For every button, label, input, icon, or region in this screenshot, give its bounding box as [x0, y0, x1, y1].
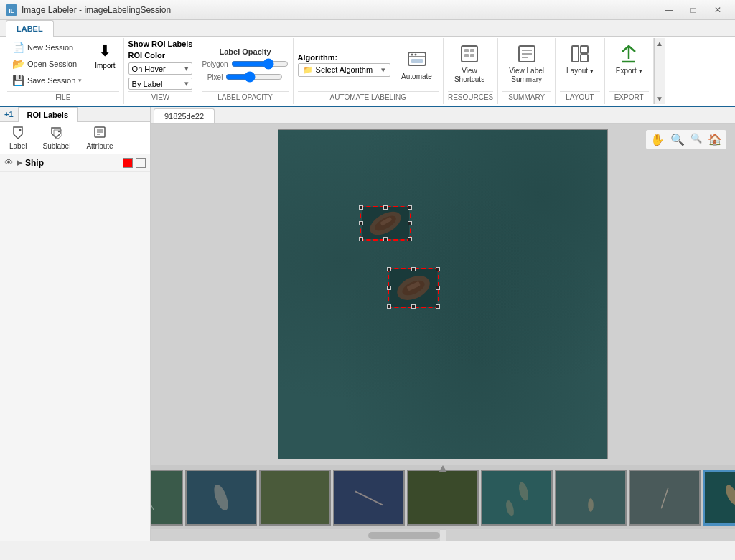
attribute-tool-icon — [93, 126, 106, 141]
export-button[interactable]: Export ▾ — [609, 39, 649, 78]
handle-tm[interactable] — [383, 205, 388, 210]
handle2-tr[interactable] — [436, 267, 440, 271]
handle-bm[interactable] — [383, 237, 388, 241]
label-opacity-title: Label Opacity — [219, 47, 271, 56]
handle2-tl[interactable] — [387, 267, 391, 271]
handle2-br[interactable] — [436, 304, 440, 309]
handle2-mr[interactable] — [436, 286, 440, 290]
scrollbar-thumb[interactable] — [368, 532, 440, 539]
horizontal-scrollbar[interactable] — [440, 529, 446, 541]
ship-image-1 — [361, 207, 410, 239]
thumbnail-2[interactable] — [185, 470, 257, 526]
main-layout: +1 ROI Labels Label — [0, 107, 735, 541]
export-icon — [617, 42, 640, 65]
roi-visibility-value: On Hover — [132, 65, 166, 73]
pixel-label: Pixel — [207, 73, 223, 81]
thumbnail-1[interactable] — [151, 470, 183, 526]
thumbnail-4[interactable] — [333, 470, 405, 526]
roi-labels-tab[interactable]: ROI Labels — [18, 107, 78, 122]
app-title: Image Labeler - imageLabelingSession — [22, 5, 171, 15]
ribbon-group-file: 📄 New Session 📂 Open Session 💾 Save Sess… — [3, 38, 124, 104]
maximize-button[interactable]: □ — [682, 3, 705, 17]
fit-view-icon[interactable]: 🏠 — [706, 131, 724, 148]
layout-dropdown-arrow: ▾ — [590, 67, 594, 75]
new-session-button[interactable]: 📄 New Session — [7, 39, 87, 55]
handle-ml[interactable] — [359, 221, 363, 225]
handle2-ml[interactable] — [387, 286, 391, 290]
ribbon-scroll-up[interactable]: ▲ — [656, 39, 663, 47]
handle-mr[interactable] — [408, 221, 412, 225]
label-tool-icon — [11, 126, 24, 141]
handle2-tm[interactable] — [411, 267, 416, 271]
view-shortcuts-button[interactable]: View Shortcuts — [448, 39, 491, 87]
import-button[interactable]: ⬇ Import — [91, 39, 118, 72]
handle-tl[interactable] — [359, 205, 363, 210]
expand-arrow-icon[interactable]: ▶ — [17, 158, 22, 167]
svg-rect-45 — [409, 471, 477, 524]
save-session-label: Save Session — [27, 76, 75, 85]
zoom-out-icon[interactable]: 🔍 — [689, 131, 703, 148]
pan-tool-icon[interactable]: ✋ — [649, 131, 666, 148]
minimize-button[interactable]: — — [657, 3, 680, 17]
automate-button[interactable]: Automate — [395, 45, 439, 84]
canvas-toolbar: ✋ 🔍 🔍 🏠 — [646, 130, 726, 149]
handle-tr[interactable] — [408, 205, 412, 210]
thumbnail-scroll-area — [151, 467, 735, 528]
roi-color-dropdown[interactable]: By Label — [128, 78, 193, 90]
svg-rect-6 — [411, 59, 423, 63]
ship-annotation-2[interactable] — [388, 268, 439, 308]
add-label-button[interactable]: +1 — [0, 108, 18, 120]
svg-rect-9 — [470, 49, 474, 52]
title-bar: IL Image Labeler - imageLabelingSession … — [0, 0, 735, 20]
thumbnail-3[interactable] — [259, 470, 331, 526]
zoom-in-icon[interactable]: 🔍 — [669, 131, 686, 148]
save-dropdown-arrow: ▾ — [78, 77, 82, 84]
automate-label: Automate — [401, 73, 432, 81]
thumbnail-8[interactable] — [629, 470, 701, 526]
ribbon-group-resources: View Shortcuts RESOURCES — [444, 38, 498, 104]
label-tool-button[interactable]: Label — [3, 123, 33, 152]
handle-br[interactable] — [408, 237, 412, 241]
status-text — [6, 544, 8, 552]
open-session-label: Open Session — [27, 60, 77, 68]
select-algorithm-button[interactable]: 📁 Select Algorithm — [298, 63, 390, 77]
handle-bl[interactable] — [359, 237, 363, 241]
view-label-summary-button[interactable]: View Label Summary — [502, 39, 551, 87]
sublabel-tool-label: Sublabel — [42, 142, 70, 150]
handle2-bm[interactable] — [411, 304, 416, 309]
svg-rect-17 — [581, 46, 588, 53]
roi-visibility-dropdown[interactable]: On Hover — [128, 62, 193, 75]
thumbnail-strip: ◀ — [151, 465, 735, 529]
visibility-eye-icon[interactable]: 👁 — [4, 157, 14, 168]
view-shortcuts-icon — [458, 42, 481, 65]
ship-annotation-1[interactable] — [360, 206, 411, 241]
image-tab[interactable]: 91825de22 — [154, 108, 215, 123]
sublabel-tool-button[interactable]: Sublabel — [36, 123, 77, 152]
thumbnail-9[interactable] — [703, 470, 735, 526]
summary-group-label: SUMMARY — [502, 91, 551, 103]
thumbnail-7[interactable] — [555, 470, 627, 526]
thumbnail-5[interactable] — [407, 470, 479, 526]
app-icon: IL — [6, 4, 17, 16]
polygon-label: Polygon — [202, 60, 228, 68]
polygon-opacity-slider[interactable] — [231, 59, 289, 69]
left-panel: +1 ROI Labels Label — [0, 107, 151, 541]
tab-label[interactable]: LABEL — [6, 20, 54, 37]
attribute-tool-button[interactable]: Attribute — [80, 123, 119, 152]
view-group-label: VIEW — [128, 91, 193, 103]
layout-button[interactable]: Layout ▾ — [560, 39, 600, 78]
ribbon-scroll-down[interactable]: ▼ — [656, 95, 663, 103]
new-session-icon: 📄 — [12, 42, 24, 53]
svg-rect-49 — [557, 471, 625, 524]
handle2-bl[interactable] — [387, 304, 391, 309]
sublabel-tool-icon — [50, 126, 63, 141]
list-item[interactable]: 👁 ▶ Ship — [0, 154, 150, 172]
open-session-button[interactable]: 📂 Open Session — [7, 56, 87, 72]
pixel-opacity-slider[interactable] — [225, 72, 283, 82]
save-session-button[interactable]: 💾 Save Session ▾ — [7, 73, 87, 88]
layout-label: Layout ▾ — [566, 67, 594, 75]
ribbon-scroll: ▲ ▼ — [654, 38, 665, 104]
thumbnail-6[interactable] — [481, 470, 553, 526]
svg-point-25 — [58, 131, 60, 132]
close-button[interactable]: ✕ — [706, 3, 729, 17]
